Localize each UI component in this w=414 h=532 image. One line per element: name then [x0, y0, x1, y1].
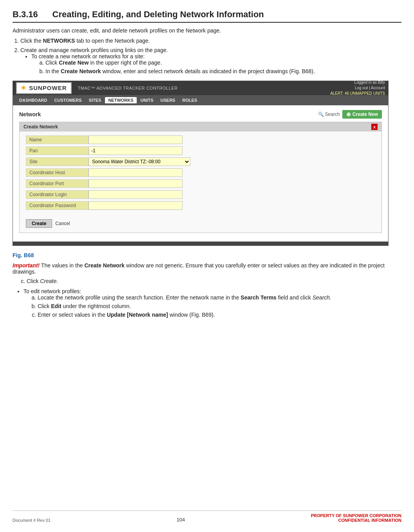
label-coordinator-host: Coordinator Host [26, 168, 89, 177]
networks-bold: NETWORKS [43, 38, 75, 44]
title-text: Creating, Editing, and Deleting Network … [52, 9, 264, 19]
input-name[interactable] [89, 135, 183, 144]
app-content: Network 🔍 Search ⊕ Create New Create Net… [13, 105, 388, 242]
alpha-2c: Enter or select values in the Update [Ne… [38, 312, 401, 318]
select-site[interactable]: Sonoma Water District TZ:-08:00 [89, 157, 190, 166]
panel-title: Create Network [24, 124, 58, 130]
alpha-steps-continued: Click Create. [27, 278, 401, 284]
logged-in-text: Logged in as Billy [330, 80, 385, 85]
nav-customers[interactable]: CUSTOMERS [51, 97, 85, 103]
form-row-coordinator-host: Coordinator Host [26, 168, 375, 177]
footer-right: PROPERTY OF SUNPOWER CORPORATION CONFIDE… [311, 513, 401, 523]
topbar-left: ☀ SUNPOWER TMAC™ ADVANCED TRACKER CONTRO… [16, 82, 178, 94]
topbar-right: Logged in as Billy Log out | Account ALE… [330, 80, 385, 96]
input-coordinator-password[interactable] [89, 201, 183, 210]
page-title: B.3.16 Creating, Editing, and Deleting N… [13, 9, 401, 23]
form-grid: Name Pan Site Sonoma Water District TZ:-… [20, 132, 381, 216]
sun-icon: ☀ [21, 85, 26, 91]
search-italic: Search. [313, 294, 331, 301]
label-site: Site [26, 157, 89, 166]
alpha-steps-2: Locate the network profile using the sea… [38, 294, 401, 318]
header-actions: 🔍 Search ⊕ Create New [318, 110, 382, 119]
nav-dashboard[interactable]: DASHBOARD [16, 97, 51, 103]
label-coordinator-login: Coordinator Login [26, 190, 89, 199]
alpha-b: In the Create Network window, enter and … [45, 68, 401, 74]
form-actions: Create Cancel [20, 216, 381, 233]
app-topbar: ☀ SUNPOWER TMAC™ ADVANCED TRACKER CONTRO… [13, 81, 388, 95]
tmac-title: TMAC™ ADVANCED TRACKER CONTROLLER [78, 86, 178, 90]
label-pan: Pan [26, 146, 89, 155]
intro-paragraph: Administrator users can create, edit, an… [13, 27, 401, 34]
panel-close-button[interactable]: x [371, 124, 378, 130]
cancel-link[interactable]: Cancel [55, 221, 70, 226]
step-1: Click the NETWORKS tab to open the Netwo… [20, 38, 401, 44]
input-coordinator-port[interactable] [89, 179, 183, 188]
alpha-a: Click Create New in the upper right of t… [45, 60, 401, 66]
update-network-bold: Update [Network name] [107, 312, 168, 318]
nav-networks[interactable]: NETWORKS [105, 97, 136, 103]
input-coordinator-host[interactable] [89, 168, 183, 177]
fig-label: Fig. B68 [13, 252, 401, 258]
label-coordinator-password: Coordinator Password [26, 201, 89, 210]
nav-sites[interactable]: SITES [86, 97, 105, 103]
form-row-site: Site Sonoma Water District TZ:-08:00 [26, 157, 375, 166]
bullet-2-list: To edit network profiles: Locate the net… [24, 288, 401, 318]
form-row-name: Name [26, 135, 375, 144]
bullet-points: To create a new network or networks for … [31, 53, 401, 74]
network-header: Network 🔍 Search ⊕ Create New [19, 110, 382, 119]
alpha-2a: Locate the network profile using the sea… [38, 294, 401, 301]
bullet-2: To edit network profiles: Locate the net… [24, 288, 401, 318]
alpha-2b: Click Edit under the rightmost column. [38, 303, 401, 309]
nav-roles[interactable]: ROLES [179, 97, 200, 103]
nav-users[interactable]: USERS [157, 97, 179, 103]
footer-left: Document # Rev 01 [13, 518, 51, 523]
create-italic: Create. [40, 278, 58, 284]
important-block: Important! The values in the Create Netw… [13, 262, 401, 275]
bullet-1: To create a new network or networks for … [31, 53, 401, 74]
panel-header: Create Network x [20, 122, 381, 132]
important-word: Important! [13, 262, 40, 269]
alpha-steps-1: Click Create New in the upper right of t… [45, 60, 401, 74]
app-navbar: DASHBOARD CUSTOMERS SITES NETWORKS UNITS… [13, 95, 388, 105]
form-row-coordinator-login: Coordinator Login [26, 190, 375, 199]
page-footer: Document # Rev 01 104 PROPERTY OF SUNPOW… [13, 510, 401, 523]
alpha-c: Click Create. [27, 278, 401, 284]
form-row-pan: Pan [26, 146, 375, 155]
input-pan[interactable] [89, 146, 183, 155]
create-network-panel: Create Network x Name Pan Site [19, 122, 382, 233]
logout-account: Log out | Account [330, 85, 385, 91]
create-new-button[interactable]: ⊕ Create New [342, 110, 382, 119]
search-magnifier-icon: 🔍 [318, 112, 324, 117]
network-page-title: Network [19, 111, 41, 117]
app-screenshot: ☀ SUNPOWER TMAC™ ADVANCED TRACKER CONTRO… [13, 81, 389, 246]
section-number: B.3.16 [13, 9, 38, 19]
step-2: Create and manage network profiles using… [20, 47, 401, 74]
edit-bold: Edit [51, 303, 61, 309]
main-steps: Click the NETWORKS tab to open the Netwo… [20, 38, 401, 74]
label-coordinator-port: Coordinator Port [26, 179, 89, 188]
form-row-coordinator-password: Coordinator Password [26, 201, 375, 210]
create-submit-button[interactable]: Create [26, 219, 52, 228]
search-button[interactable]: 🔍 Search [318, 112, 340, 117]
sunpower-logo: ☀ SUNPOWER [16, 82, 72, 94]
search-terms-bold: Search Terms [240, 294, 277, 301]
nav-units[interactable]: UNITS [137, 97, 157, 103]
form-row-coordinator-port: Coordinator Port [26, 179, 375, 188]
footer-center: 104 [177, 517, 185, 523]
create-network-bold: Create Network [61, 68, 101, 74]
app-bottombar [13, 242, 388, 245]
plus-icon: ⊕ [346, 111, 351, 117]
input-coordinator-login[interactable] [89, 190, 183, 199]
create-new-bold: Create New [59, 60, 89, 66]
footer-right-line2: CONFIDENTIAL INFORMATION [311, 518, 401, 523]
create-network-important-bold: Create Network [84, 262, 125, 269]
footer-right-line1: PROPERTY OF SUNPOWER CORPORATION [311, 513, 401, 518]
label-name: Name [26, 135, 89, 144]
alert-text: ALERT: 46 UNMAPPED UNITS [330, 91, 385, 96]
